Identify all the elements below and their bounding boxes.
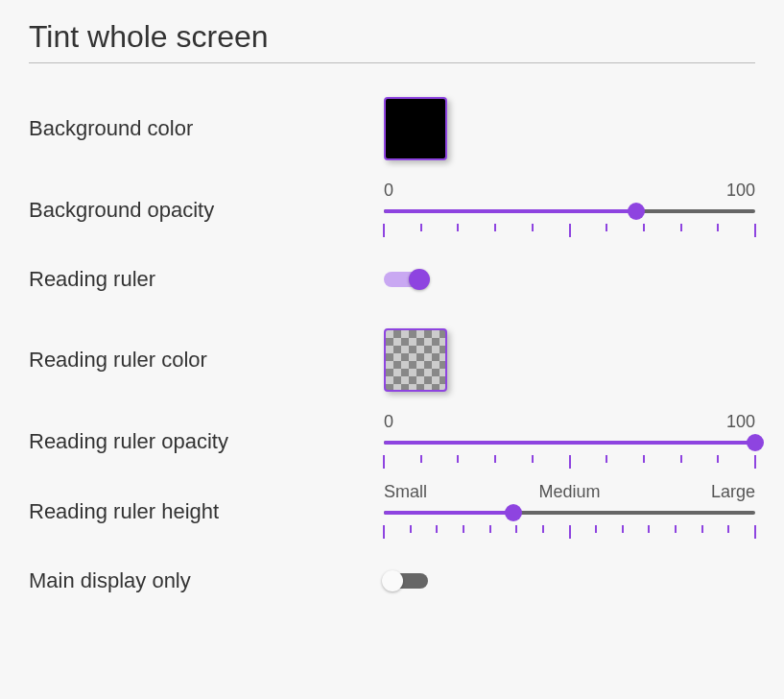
reading-ruler-opacity-slider[interactable] [384,434,755,451]
label-background-opacity: Background opacity [29,198,384,223]
row-reading-ruler-height: Reading ruler height Small Medium Large [29,476,755,546]
label-reading-ruler: Reading ruler [29,267,384,292]
divider [29,62,755,63]
ruler-opacity-max-label: 100 [726,412,755,432]
ruler-height-label-large: Large [631,482,755,502]
reading-ruler-color-swatch[interactable] [384,328,447,392]
bg-opacity-min-label: 0 [384,181,393,201]
main-display-only-toggle[interactable] [384,573,428,589]
row-reading-ruler-color: Reading ruler color [29,314,755,406]
slider-thumb[interactable] [747,434,764,451]
row-background-opacity: Background opacity 0 100 [29,175,755,245]
ruler-height-label-medium: Medium [508,482,631,502]
label-main-display-only: Main display only [29,568,384,593]
reading-ruler-height-slider[interactable] [384,504,755,521]
label-background-color: Background color [29,116,384,141]
row-background-color: Background color [29,83,755,175]
slider-thumb[interactable] [628,203,645,220]
slider-ticks [384,525,755,541]
row-reading-ruler: Reading ruler [29,245,755,314]
row-reading-ruler-opacity: Reading ruler opacity 0 100 [29,406,755,476]
background-color-swatch[interactable] [384,97,447,160]
slider-ticks [384,224,755,239]
label-reading-ruler-color: Reading ruler color [29,348,384,373]
bg-opacity-max-label: 100 [726,181,755,201]
reading-ruler-toggle[interactable] [384,272,428,287]
label-reading-ruler-height: Reading ruler height [29,499,384,524]
label-reading-ruler-opacity: Reading ruler opacity [29,429,384,454]
tint-settings-panel: Tint whole screen Background color Backg… [0,0,784,635]
slider-ticks [384,455,755,470]
ruler-height-label-small: Small [384,482,508,502]
slider-thumb[interactable] [505,504,522,521]
ruler-opacity-min-label: 0 [384,412,393,432]
background-opacity-slider[interactable] [384,203,755,220]
section-title: Tint whole screen [29,19,755,55]
row-main-display-only: Main display only [29,546,755,615]
